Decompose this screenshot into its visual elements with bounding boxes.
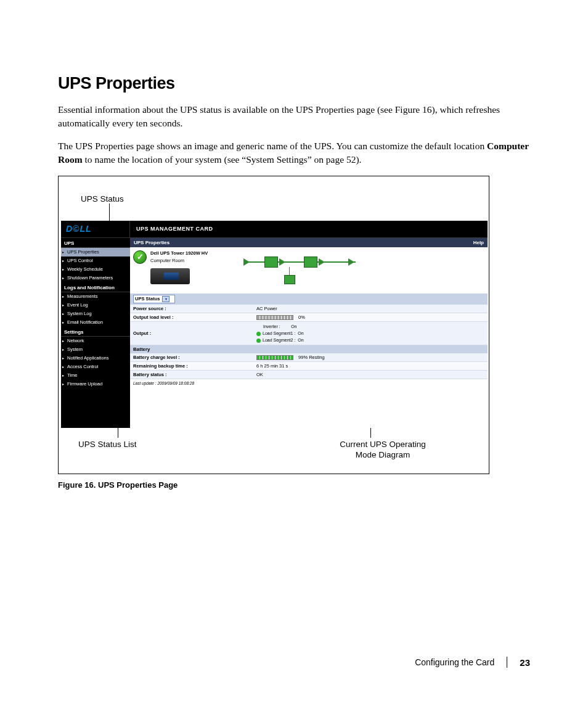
inverter-value: On	[291, 324, 296, 329]
status-table: UPS Status ▾ Power source : AC Power Out…	[130, 293, 488, 388]
row-power-source: Power source : AC Power	[130, 305, 488, 313]
seg1-label: Load Segment1 :	[263, 331, 295, 335]
battery-section-header: Battery	[130, 345, 488, 353]
sidebar-item-ups-properties[interactable]: UPS Properties	[61, 248, 130, 257]
sidebar-section-logs: Logs and Notification	[61, 282, 130, 292]
value: 0%	[256, 314, 484, 320]
dropdown-label: UPS Status	[135, 296, 160, 302]
callout-mode-diagram: Current UPS Operating Mode Diagram	[327, 439, 438, 461]
device-image	[150, 268, 190, 284]
ups-management-card-app: D©LL UPS MANAGEMENT CARD UPS UPS Propert…	[61, 221, 488, 428]
chevron-down-icon: ▾	[162, 296, 169, 302]
panel-title-bar: UPS Properties Help	[130, 238, 488, 247]
label: Battery status :	[133, 372, 256, 377]
seg1-value: On	[298, 331, 303, 335]
sidebar-item-email-notification[interactable]: Email Notification	[61, 318, 130, 327]
device-name: Dell UPS Tower 1920W HV	[150, 249, 208, 257]
row-output: Output : Inverter : On Load Segment1 : O…	[130, 322, 488, 346]
seg2-value: On	[298, 338, 303, 342]
row-battery-status: Battery status : OK	[130, 371, 488, 379]
flow-block-2	[304, 257, 317, 268]
last-update: Last update : 2009/09/09 18:08:28	[130, 379, 488, 387]
app-header: D©LL UPS MANAGEMENT CARD	[61, 221, 488, 238]
flow-arrow-icon	[279, 258, 285, 266]
intro-paragraph-1: Essential information about the UPS stat…	[58, 103, 530, 131]
label: Battery charge level :	[133, 355, 256, 360]
flow-line	[245, 261, 356, 263]
flow-block-battery	[284, 275, 295, 284]
dell-logo: D©LL	[66, 224, 92, 234]
callout-status-list: UPS Status List	[78, 439, 137, 450]
sidebar-item-firmware-upload[interactable]: Firmware Upload	[61, 380, 130, 388]
sidebar: UPS UPS Properties UPS Control Weekly Sc…	[61, 238, 130, 428]
flow-block-1	[264, 257, 278, 268]
value: OK	[256, 372, 484, 377]
panel-title: UPS Properties	[134, 240, 169, 245]
load-percent: 0%	[298, 314, 305, 320]
page-number: 23	[520, 657, 530, 668]
charge-bar-icon	[256, 355, 293, 360]
led-icon	[256, 332, 261, 336]
main-panel: UPS Properties Help ✓ Dell UPS Tower 192…	[130, 238, 488, 428]
load-bar-icon	[256, 315, 293, 320]
callout-br-l1: Current UPS Operating	[340, 440, 426, 449]
value: Inverter : On Load Segment1 : On Load Se…	[256, 323, 484, 344]
sidebar-section-settings: Settings	[61, 327, 130, 337]
led-icon	[256, 339, 261, 343]
sidebar-item-time[interactable]: Time	[61, 371, 130, 380]
sidebar-item-system-log[interactable]: System Log	[61, 310, 130, 318]
sidebar-item-event-log[interactable]: Event Log	[61, 301, 130, 310]
label: Power source :	[133, 306, 256, 311]
status-dropdown-row: UPS Status ▾	[130, 293, 488, 305]
app-title: UPS MANAGEMENT CARD	[130, 226, 213, 232]
sidebar-item-shutdown-parameters[interactable]: Shutdown Parameters	[61, 274, 130, 282]
footer-section: Configuring the Card	[415, 657, 494, 667]
row-remaining-backup: Remaining backup time : 6 h 25 min 31 s	[130, 362, 488, 371]
device-block: ✓ Dell UPS Tower 1920W HV Computer Room	[133, 249, 208, 284]
value: AC Power	[256, 306, 484, 311]
flow-arrow-icon	[243, 258, 250, 266]
value: 6 h 25 min 31 s	[256, 363, 484, 369]
para2-post: to name the location of your system (see…	[83, 154, 362, 165]
logo-cell: D©LL	[61, 221, 130, 237]
figure-container: UPS Status UPS Status List Current UPS O…	[58, 176, 489, 474]
para2-pre: The UPS Properties page shows an image a…	[58, 141, 487, 151]
inverter-label: Inverter :	[263, 324, 280, 329]
figure-caption: Figure 16. UPS Properties Page	[58, 480, 530, 490]
callout-br-l2: Mode Diagram	[356, 450, 410, 459]
device-location: Computer Room	[150, 257, 208, 265]
section-heading: UPS Properties	[58, 74, 530, 93]
row-battery-charge: Battery charge level : 99% Resting	[130, 353, 488, 362]
sidebar-item-ups-control[interactable]: UPS Control	[61, 257, 130, 265]
row-output-load: Output load level : 0%	[130, 313, 488, 322]
label: Remaining backup time :	[133, 363, 256, 369]
operating-mode-diagram	[245, 253, 368, 290]
charge-value: 99% Resting	[298, 355, 325, 360]
sidebar-item-access-control[interactable]: Access Control	[61, 363, 130, 371]
callout-ups-status: UPS Status	[81, 194, 124, 205]
sidebar-item-notified-applications[interactable]: Notified Applications	[61, 354, 130, 363]
footer-separator	[507, 657, 507, 668]
page-footer: Configuring the Card 23	[415, 657, 530, 668]
sidebar-item-network[interactable]: Network	[61, 337, 130, 345]
sidebar-section-ups: UPS	[61, 238, 130, 248]
sidebar-item-system[interactable]: System	[61, 345, 130, 354]
label: Output load level :	[133, 314, 256, 320]
sidebar-item-weekly-schedule[interactable]: Weekly Schedule	[61, 265, 130, 274]
help-link[interactable]: Help	[473, 240, 484, 245]
status-ok-icon: ✓	[133, 250, 147, 264]
device-summary-area: ✓ Dell UPS Tower 1920W HV Computer Room	[130, 247, 488, 293]
flow-arrow-icon	[319, 258, 325, 266]
sidebar-item-measurements[interactable]: Measurements	[61, 292, 130, 301]
label: Output :	[133, 330, 256, 336]
value: 99% Resting	[256, 355, 484, 360]
seg2-label: Load Segment2 :	[263, 338, 295, 342]
intro-paragraph-2: The UPS Properties page shows an image a…	[58, 139, 530, 167]
flow-arrow-icon	[348, 258, 354, 266]
ups-status-dropdown[interactable]: UPS Status ▾	[133, 295, 175, 303]
